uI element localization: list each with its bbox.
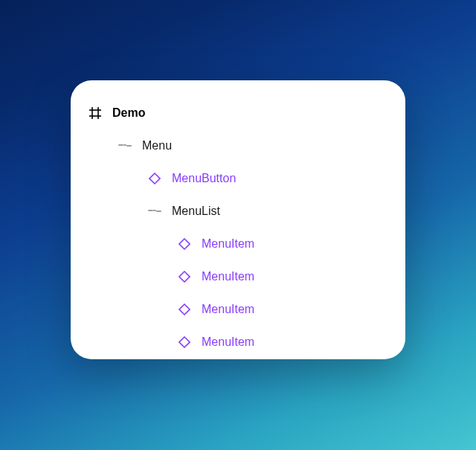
- group-lines-icon: [148, 205, 161, 218]
- component-diamond-icon: [178, 237, 191, 251]
- tree-label-menu: Menu: [142, 140, 172, 152]
- tree-label-menuitem: MenuItem: [202, 271, 254, 283]
- tree-row-menubutton[interactable]: MenuButton: [89, 162, 387, 195]
- component-diamond-icon: [178, 335, 191, 349]
- tree-label-demo: Demo: [112, 107, 145, 119]
- tree-row-menulist[interactable]: MenuList: [89, 195, 387, 228]
- tree-label-menuitem: MenuItem: [202, 238, 254, 250]
- component-diamond-icon: [178, 303, 191, 316]
- tree-row-menuitem[interactable]: MenuItem: [89, 326, 387, 359]
- tree-label-menubutton: MenuButton: [172, 173, 236, 184]
- tree-row-menuitem[interactable]: MenuItem: [89, 260, 387, 293]
- tree-label-menulist: MenuList: [172, 205, 220, 217]
- component-diamond-icon: [178, 270, 191, 283]
- tree-row-menuitem[interactable]: MenuItem: [89, 293, 387, 326]
- tree-label-menuitem: MenuItem: [202, 336, 254, 348]
- frame-icon: [89, 106, 102, 120]
- tree-row-menu[interactable]: Menu: [89, 129, 387, 162]
- group-lines-icon: [118, 139, 132, 152]
- layers-panel: Demo Menu MenuButton MenuList MenuItem M…: [71, 80, 405, 359]
- component-diamond-icon: [148, 172, 161, 185]
- tree-label-menuitem: MenuItem: [202, 303, 254, 315]
- tree-row-menuitem[interactable]: MenuItem: [89, 228, 387, 260]
- tree-row-demo[interactable]: Demo: [89, 97, 387, 129]
